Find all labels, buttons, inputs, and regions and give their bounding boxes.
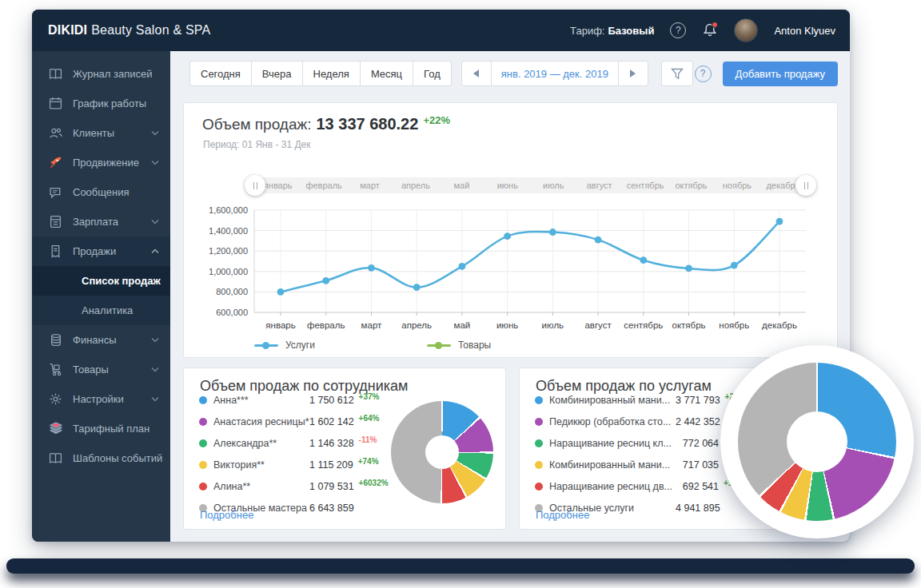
sidebar-item-label: Список продаж xyxy=(82,275,161,287)
scrubber-handle-left[interactable] xyxy=(245,175,265,196)
salary-icon xyxy=(48,215,63,228)
employees-more-link[interactable]: Подробнее xyxy=(200,509,253,521)
chevron-down-icon xyxy=(151,337,159,343)
bottom-decor-bar xyxy=(6,558,915,574)
sidebar-item-5[interactable]: Зарплата xyxy=(32,207,170,236)
scrubber-month-label: февраль xyxy=(301,181,346,190)
sidebar-item-4[interactable]: Сообщения xyxy=(32,177,170,207)
sidebar-item-label: Продвижение xyxy=(73,157,139,169)
sidebar-item-0[interactable]: Журнал записей xyxy=(32,59,170,89)
chevron-down-icon xyxy=(151,160,159,165)
row-name: Комбинированный мани... xyxy=(549,459,676,471)
legend-marker-icon xyxy=(254,344,278,347)
svg-text:февраль: февраль xyxy=(307,320,345,330)
tariff-icon xyxy=(48,422,63,435)
sales-volume-delta: +22% xyxy=(423,114,450,126)
chevron-down-icon xyxy=(151,130,159,136)
scrubber-handle-right[interactable] xyxy=(795,175,816,196)
sidebar-item-3[interactable]: Продвижение xyxy=(32,148,170,177)
user-name[interactable]: Anton Klyuev xyxy=(774,25,835,37)
sidebar-item-12[interactable]: Тарифный план xyxy=(32,414,170,443)
tariff-value[interactable]: Базовый xyxy=(608,25,654,37)
legend-item-0[interactable]: Услуги xyxy=(254,340,315,351)
svg-text:март: март xyxy=(361,320,382,330)
prev-period-button[interactable] xyxy=(461,61,492,86)
sidebar-item-7[interactable]: Список продаж xyxy=(32,266,170,296)
add-sale-button[interactable]: Добавить продажу xyxy=(723,62,838,86)
date-range-value[interactable]: янв. 2019 — дек. 2019 xyxy=(491,61,619,86)
sidebar-item-6[interactable]: Продажи xyxy=(32,236,170,266)
sidebar-item-9[interactable]: Финансы xyxy=(32,325,170,355)
journal-icon xyxy=(48,67,63,81)
legend-item-1[interactable]: Товары xyxy=(427,340,491,351)
range-button-2[interactable]: Неделя xyxy=(302,61,361,86)
schedule-icon xyxy=(48,97,63,110)
range-button-1[interactable]: Вчера xyxy=(251,61,303,86)
row-name: Комбинированный мани... xyxy=(549,394,676,406)
sidebar-item-10[interactable]: Товары xyxy=(32,355,170,384)
services-more-link[interactable]: Подробнее xyxy=(536,509,589,521)
row-value: 1 750 612 xyxy=(309,394,354,406)
templates-icon xyxy=(48,451,63,465)
sales-volume-card: Объем продаж:13 337 680.22+22% Период: 0… xyxy=(183,102,838,358)
row-value: 1 602 142 xyxy=(309,415,354,427)
list-item: Наращивание ресниц дв...692 541+10% xyxy=(535,480,760,502)
series-color-dot xyxy=(199,418,207,426)
topbar: DIKIDIBeauty Salon & SPA Тариф:Базовый ?… xyxy=(32,10,850,51)
period-label: Период: 01 Янв - 31 Дек xyxy=(203,139,311,150)
sidebar-nav: Журнал записейГрафик работыКлиентыПродви… xyxy=(32,59,170,473)
svg-text:1,400,000: 1,400,000 xyxy=(209,226,248,236)
sidebar-item-2[interactable]: Клиенты xyxy=(32,118,170,148)
row-name: Наращивание ресниц кл... xyxy=(549,437,676,449)
date-range-control: янв. 2019 — дек. 2019 xyxy=(461,61,648,86)
series-color-dot xyxy=(199,396,207,404)
sidebar-item-label: Продажи xyxy=(73,245,116,257)
series-color-dot xyxy=(535,418,543,426)
list-item: Александра**1 146 328-11% xyxy=(199,437,393,459)
sidebar-item-13[interactable]: Шаблоны событий xyxy=(32,443,170,473)
tariff-label: Тариф:Базовый xyxy=(570,25,654,37)
scrubber-month-label: октябрь xyxy=(668,181,714,190)
help-hint-icon[interactable]: ? xyxy=(695,66,712,82)
next-period-button[interactable] xyxy=(618,61,648,86)
row-value: 1 115 209 xyxy=(309,459,353,471)
sales-icon xyxy=(48,244,63,258)
scrubber-month-label: сентябрь xyxy=(622,181,668,190)
avatar[interactable] xyxy=(734,18,758,42)
finance-icon xyxy=(48,333,63,347)
range-button-0[interactable]: Сегодня xyxy=(189,61,252,86)
sidebar-item-11[interactable]: Настройки xyxy=(32,384,170,414)
toolbar-filters: СегодняВчераНеделяМесяцГод янв. 2019 — д… xyxy=(170,51,850,86)
row-value: 717 035 xyxy=(676,459,719,471)
notifications-bell-icon[interactable] xyxy=(702,22,718,38)
chevron-down-icon xyxy=(151,219,159,224)
svg-text:май: май xyxy=(454,320,471,330)
services-card-title: Объем продаж по услугам xyxy=(536,378,712,395)
sidebar-item-label: Зарплата xyxy=(73,216,118,228)
sidebar-item-label: Журнал записей xyxy=(73,68,153,80)
series-color-dot xyxy=(199,439,207,447)
drag-handle-icon xyxy=(253,182,257,189)
sidebar-item-1[interactable]: График работы xyxy=(32,89,170,118)
help-icon[interactable]: ? xyxy=(670,22,686,38)
row-value: 2 442 352 xyxy=(676,415,720,427)
brand-logo: DIKIDIBeauty Salon & SPA xyxy=(48,23,210,38)
chevron-down-icon xyxy=(151,367,159,372)
range-button-3[interactable]: Месяц xyxy=(360,61,413,86)
sidebar-item-label: Сообщения xyxy=(73,186,130,198)
range-button-4[interactable]: Год xyxy=(413,61,452,86)
filter-button[interactable] xyxy=(661,61,693,86)
series-color-dot xyxy=(535,483,543,491)
series-color-dot xyxy=(199,483,207,491)
chevron-left-icon xyxy=(473,70,479,77)
svg-text:800,000: 800,000 xyxy=(216,287,248,296)
svg-text:декабрь: декабрь xyxy=(762,320,797,330)
legend-marker-icon xyxy=(427,344,451,347)
svg-text:1,600,000: 1,600,000 xyxy=(209,205,248,215)
sidebar-item-label: Товары xyxy=(73,364,109,375)
row-value: 772 064 xyxy=(676,437,719,449)
sales-volume-total: 13 337 680.22 xyxy=(316,115,418,133)
scrubber-month-label: июнь xyxy=(484,181,530,190)
sidebar-item-8[interactable]: Аналитика xyxy=(32,296,170,325)
series-color-dot xyxy=(535,461,543,469)
